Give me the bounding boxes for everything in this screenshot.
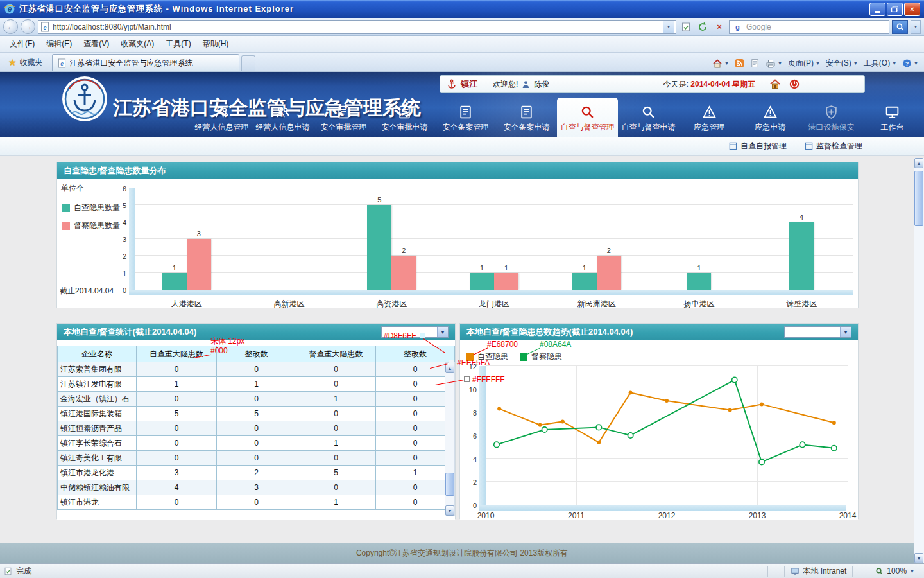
tab-title: 江苏省港口安全监管与应急管理系统	[70, 58, 193, 69]
compatibility-view-button[interactable]	[679, 20, 693, 34]
refresh-button[interactable]	[696, 20, 710, 34]
nav-item-1[interactable]: 经营人信息管理	[191, 100, 252, 137]
table-row[interactable]: 江苏镇江发电有限1100	[58, 377, 455, 392]
page-scroll-down-button[interactable]: ▼	[914, 553, 923, 563]
page-scroll-up-button[interactable]: ▲	[914, 158, 923, 168]
nav-item-6[interactable]: 安全备案申请	[496, 100, 557, 137]
nav-item-2[interactable]: 经营人信息申请	[252, 100, 313, 137]
copyright-text: Copyright©江苏省交通规划设计院股份有限公司 2013版权所有	[356, 548, 568, 559]
table-row[interactable]: 中储粮镇江粮油有限4300	[58, 480, 455, 495]
nav-item-label: 港口设施保安	[809, 122, 855, 133]
value-cell: 0	[136, 421, 216, 436]
menu-item-4[interactable]: 工具(T)	[160, 36, 196, 52]
nav-item-label: 安全审批管理	[321, 122, 367, 133]
forward-button[interactable]: →	[21, 19, 35, 34]
help-button[interactable]: ?▼	[902, 58, 918, 68]
nav-item-8[interactable]: 自查与督查申请	[618, 100, 679, 137]
value-cell: 0	[136, 451, 216, 466]
bar-x-axis	[129, 290, 853, 295]
company-name-cell: 镇江港国际集装箱	[58, 407, 137, 421]
value-cell: 0	[375, 362, 454, 377]
value-cell: 0	[136, 362, 216, 377]
minimize-button[interactable]	[869, 3, 886, 16]
nav-item-3[interactable]: 安全审批管理	[313, 100, 374, 137]
table-row[interactable]: 镇江李长荣综合石0010	[58, 436, 455, 451]
bar-value-label: 1	[494, 264, 518, 272]
submenu-item-1[interactable]: 监督检查管理	[805, 141, 862, 152]
legend-item: 督察隐患	[520, 351, 562, 362]
value-cell: 5	[216, 407, 296, 421]
value-cell: 2	[216, 466, 296, 480]
home-shortcut-icon[interactable]	[769, 78, 781, 90]
nav-item-label: 安全审批申请	[382, 122, 428, 133]
table-scrollbar[interactable]: ▲ ▼	[445, 362, 455, 516]
address-field[interactable]: e http://localhost:8080/yjpt/Main.html ▼	[38, 20, 676, 34]
nav-item-5[interactable]: 安全备案管理	[435, 100, 496, 137]
active-tab[interactable]: e 江苏省港口安全监管与应急管理系统	[52, 54, 239, 71]
search-dropdown[interactable]: ▼	[911, 20, 921, 34]
menu-item-0[interactable]: 文件(F)	[4, 36, 40, 52]
close-button[interactable]: ×	[904, 3, 920, 16]
menu-item-3[interactable]: 收藏夹(A)	[115, 36, 160, 52]
table-row[interactable]: 金海宏业（镇江）石0010	[58, 392, 455, 407]
y-tick-label: 3	[123, 236, 126, 243]
back-button[interactable]: ←	[3, 19, 18, 34]
page-menu-button[interactable]: 页面(P)▼	[788, 58, 820, 69]
table-row[interactable]: 镇江奇美化工有限0000	[58, 451, 455, 466]
tools-menu-button[interactable]: 工具(O)▼	[864, 58, 896, 69]
stop-button[interactable]: ×	[712, 20, 726, 34]
x-tick-label: 2013	[749, 511, 766, 520]
safety-menu-button[interactable]: 安全(S)▼	[826, 58, 858, 69]
table-row[interactable]: 镇江港国际集装箱5500	[58, 407, 455, 421]
table-row[interactable]: 江苏索普集团有限0000	[58, 362, 455, 377]
site-header: 江苏省港口安全监管与应急管理系统 镇江 欢迎您! 陈俊 今天是: 2014-04…	[0, 72, 924, 137]
favorites-button[interactable]: ★ 收藏夹	[3, 55, 48, 70]
search-button[interactable]	[892, 20, 908, 34]
y-tick-label: 12	[469, 363, 477, 371]
company-name-cell: 江苏索普集团有限	[58, 362, 137, 377]
value-cell: 5	[296, 466, 375, 480]
nav-item-11[interactable]: 港口设施保安	[801, 100, 862, 137]
nav-item-9[interactable]: 应急管理	[679, 100, 740, 137]
page-scrollbar[interactable]: ▲ ▼	[914, 158, 924, 563]
page-scrollbar-thumb[interactable]	[914, 171, 923, 226]
system-logo	[62, 76, 108, 122]
home-button[interactable]: ▼	[712, 58, 729, 69]
table-filter-select[interactable]: ▼	[381, 326, 449, 338]
address-dropdown[interactable]: ▼	[663, 21, 674, 33]
table-row[interactable]: 镇江市港龙化港3251	[58, 466, 455, 480]
table-row[interactable]: 镇江恒泰沥青产品0000	[58, 421, 455, 436]
welcome-label: 欢迎您!	[493, 79, 518, 90]
zoom-control[interactable]: 100% ▼	[869, 566, 920, 577]
nav-item-10[interactable]: 应急申请	[740, 100, 801, 137]
y-tick-label: 1	[123, 270, 126, 277]
feed-button[interactable]	[735, 58, 744, 68]
status-text: 完成	[16, 566, 31, 577]
maximize-button[interactable]	[887, 3, 903, 16]
legend-label: 自查隐患	[477, 351, 508, 362]
nav-item-7[interactable]: 自查与督查管理	[557, 98, 618, 137]
tab-bar: ★ 收藏夹 e 江苏省港口安全监管与应急管理系统 ▼ ▼ 页面(P)▼ 安全(S…	[0, 53, 924, 72]
print-button[interactable]: ▼	[766, 58, 782, 69]
nav-item-4[interactable]: 安全审批申请	[374, 100, 435, 137]
main-nav: 经营人信息管理经营人信息申请安全审批管理安全审批申请安全备案管理安全备案申请自查…	[191, 98, 923, 137]
table-row[interactable]: 镇江市港龙0010	[58, 495, 455, 510]
menu-item-5[interactable]: 帮助(H)	[197, 36, 235, 52]
trend-filter-select[interactable]: ▼	[784, 326, 851, 338]
done-icon	[4, 567, 12, 575]
read-mail-button[interactable]	[750, 58, 760, 68]
new-tab-stub[interactable]	[241, 55, 255, 71]
value-cell: 0	[375, 495, 454, 510]
bar-value-label: 2	[597, 247, 621, 254]
scroll-up-button[interactable]: ▲	[445, 363, 454, 373]
table-scrollbar-thumb[interactable]	[445, 473, 454, 496]
menu-item-2[interactable]: 查看(V)	[78, 36, 115, 52]
nav-item-12[interactable]: 工作台	[862, 100, 923, 137]
logout-icon[interactable]	[789, 78, 800, 90]
user-name[interactable]: 陈俊	[534, 79, 549, 90]
submenu-item-0[interactable]: 自查自报管理	[729, 141, 787, 152]
scroll-down-button[interactable]: ▼	[445, 505, 454, 516]
svg-text:e: e	[60, 60, 64, 66]
menu-item-1[interactable]: 编辑(E)	[40, 36, 78, 52]
search-box[interactable]: g Google	[729, 20, 889, 34]
